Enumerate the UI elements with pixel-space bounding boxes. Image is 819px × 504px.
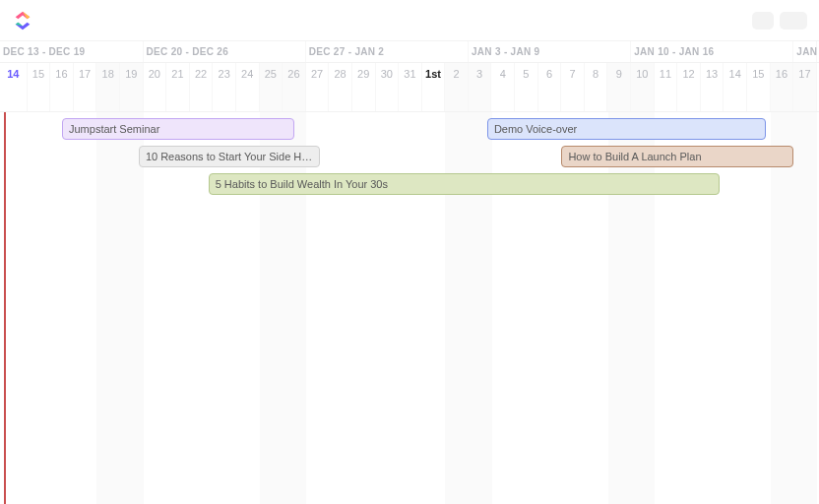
weekend-stripe [445,112,469,504]
day-cell[interactable]: 1st [422,63,446,111]
weekend-stripe [631,112,655,504]
day-cell[interactable]: 27 [306,63,330,111]
day-cell[interactable]: 11 [655,63,678,111]
day-cell[interactable]: 16 [771,63,794,111]
day-cell[interactable]: 15 [28,63,51,111]
day-cell[interactable]: 7 [561,63,585,111]
day-cell[interactable]: 21 [166,63,190,111]
task-bar[interactable]: How to Build A Launch Plan [561,146,793,167]
day-cell[interactable]: 8 [585,63,608,111]
day-cell[interactable]: 16 [50,63,74,111]
week-header-row: DEC 13 - DEC 19DEC 20 - DEC 26DEC 27 - J… [0,41,819,63]
day-cell[interactable]: 5 [515,63,538,111]
day-cell[interactable]: 23 [213,63,236,111]
day-cell[interactable]: 24 [236,63,260,111]
day-cell[interactable]: 4 [491,63,515,111]
day-cell[interactable]: 10 [631,63,655,111]
day-cell[interactable]: 13 [701,63,724,111]
day-cell[interactable]: 30 [376,63,400,111]
day-cell[interactable]: 3 [469,63,492,111]
day-cell[interactable]: 28 [329,63,352,111]
weekend-stripe [283,112,306,504]
clickup-logo-icon [12,10,33,32]
header-button-1[interactable] [752,12,774,30]
day-cell[interactable]: 17 [793,63,817,111]
day-cell[interactable]: 12 [677,63,701,111]
task-bar[interactable]: 10 Reasons to Start Your Side H… [139,146,320,167]
day-cell[interactable]: 18 [96,63,120,111]
timeline-chart-area[interactable]: Jumpstart SeminarDemo Voice-over10 Reaso… [0,112,819,504]
task-bar[interactable]: Jumpstart Seminar [62,118,294,140]
day-cell[interactable]: 15 [747,63,771,111]
day-cell[interactable]: 25 [260,63,284,111]
weekend-stripe [120,112,144,504]
header-controls [752,12,807,30]
week-header: DEC 20 - DEC 26 [144,41,306,62]
week-header: JAN 10 - JAN 16 [631,41,793,62]
topbar [0,0,819,41]
day-cell[interactable]: 9 [607,63,631,111]
weekend-stripe [469,112,492,504]
day-cell[interactable]: 14 [724,63,747,111]
day-cell[interactable]: 19 [120,63,144,111]
day-cell[interactable]: 22 [190,63,214,111]
weekend-stripe [260,112,284,504]
day-cell[interactable]: 2 [445,63,469,111]
weekend-stripe [793,112,817,504]
weekend-stripe [608,112,632,504]
day-cell[interactable]: 26 [283,63,306,111]
task-bar[interactable]: 5 Habits to Build Wealth In Your 30s [209,173,720,195]
day-cell[interactable]: 29 [352,63,376,111]
weekend-stripe [96,112,120,504]
week-header: JAN 3 - JAN 9 [469,41,631,62]
day-cell[interactable]: 6 [538,63,562,111]
day-cell[interactable]: 31 [399,63,422,111]
task-bar[interactable]: Demo Voice-over [487,118,766,140]
day-cell[interactable]: 17 [74,63,97,111]
day-cell[interactable]: 20 [144,63,167,111]
week-header: DEC 27 - JAN 2 [306,41,469,62]
day-cell[interactable]: 14 [0,63,28,111]
week-header: DEC 13 - DEC 19 [0,41,144,62]
week-header: JAN [793,41,817,62]
weekend-stripe [771,112,794,504]
header-button-2[interactable] [780,12,807,30]
day-header-row: 1415161718192021222324252627282930311st2… [0,63,819,112]
today-indicator [4,112,6,504]
